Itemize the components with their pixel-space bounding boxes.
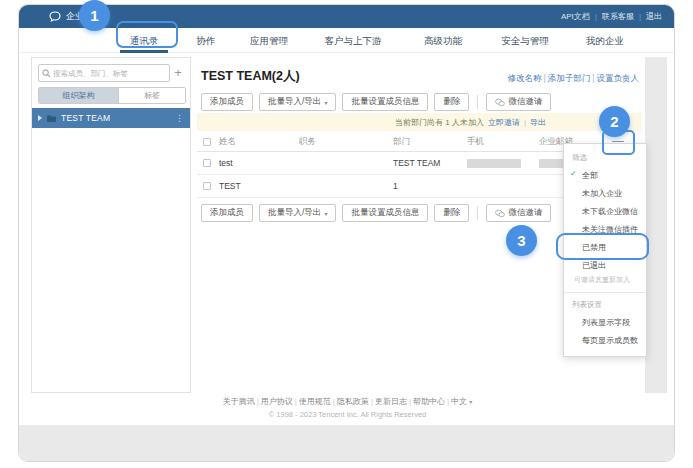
annotation-step-2: 2	[599, 106, 630, 137]
caret-down-icon: ▾	[324, 210, 327, 217]
language-selector[interactable]: 中文	[451, 397, 467, 406]
select-all-checkbox[interactable]	[203, 138, 211, 146]
wechat-invite-label: 微信邀请	[508, 96, 542, 108]
search-input[interactable]	[53, 69, 166, 78]
more-icon[interactable]: ⋮	[175, 113, 184, 123]
separator: |	[592, 73, 594, 83]
screenshot-root: 企业微信 API文档 | 联系客服 | 退出 通讯录 协作 应用管理 客户与上下…	[0, 0, 693, 468]
add-member-button[interactable]: 添加成员	[201, 93, 253, 111]
tab-labels[interactable]: 标签	[118, 88, 185, 103]
tab-my-company[interactable]: 我的企业	[586, 28, 624, 53]
user-agreement-link[interactable]: 用户协议	[261, 397, 293, 406]
import-export-label: 批量导入/导出	[268, 207, 321, 219]
col-department: 部门	[393, 136, 467, 148]
sidebar-tabs: 组织架构 标签	[38, 87, 186, 104]
export-link[interactable]: 导出	[530, 117, 546, 128]
tab-app-management[interactable]: 应用管理	[250, 28, 288, 53]
help-center-link[interactable]: 帮助中心	[413, 397, 445, 406]
row-checkbox[interactable]	[203, 159, 211, 167]
menu-item-not-joined[interactable]: 未加入企业	[564, 184, 646, 202]
search-icon	[42, 69, 51, 78]
wechat-icon	[495, 209, 505, 218]
toolbar-top: 添加成员 批量导入/导出 ▾ 批量设置成员信息 删除 微信邀请	[201, 93, 641, 111]
banner-text: 当前部门尚有 1 人未加入	[395, 117, 484, 128]
title-row: TEST TEAM(2人) 修改名称|添加子部门|设置负责人	[197, 57, 641, 85]
caret-down-icon: ▾	[324, 99, 327, 106]
wechat-icon	[495, 98, 505, 107]
page-title: TEST TEAM(2人)	[201, 68, 300, 85]
tab-org-structure[interactable]: 组织架构	[39, 88, 118, 103]
separator: |	[257, 397, 259, 406]
menu-section-list-settings: 列表设置	[564, 297, 646, 313]
rename-link[interactable]: 修改名称	[508, 73, 542, 83]
check-icon: ✓	[570, 169, 577, 178]
tab-security-management[interactable]: 安全与管理	[501, 28, 549, 53]
delete-button[interactable]: 删除	[434, 93, 469, 111]
menu-item-display-fields[interactable]: 列表显示字段	[564, 313, 646, 331]
admin-console-window: 企业微信 API文档 | 联系客服 | 退出 通讯录 协作 应用管理 客户与上下…	[18, 4, 675, 462]
import-export-button[interactable]: 批量导入/导出 ▾	[259, 93, 336, 111]
caret-right-icon	[38, 115, 42, 121]
menu-section-filter: 筛选	[564, 150, 646, 166]
batch-set-button[interactable]: 批量设置成员信息	[342, 93, 428, 111]
tree-item-label: TEST TEAM	[61, 113, 175, 123]
footer: 关于腾讯|用户协议|使用规范|隐私政策|更新日志|帮助中心|中文 ▾ © 199…	[19, 396, 675, 419]
annotation-step-3: 3	[506, 225, 537, 256]
tab-customers[interactable]: 客户与上下游	[325, 28, 382, 53]
import-export-button[interactable]: 批量导入/导出 ▾	[259, 204, 336, 222]
menu-item-label: 每页显示成员数	[582, 336, 638, 345]
copyright: © 1998 - 2023 Tencent Inc. All Rights Re…	[19, 410, 675, 419]
topbar-links: API文档 | 联系客服 | 退出	[561, 11, 662, 22]
member-department: 1	[393, 181, 467, 191]
col-title: 职务	[299, 136, 393, 148]
menu-item-label: 已退出	[582, 261, 606, 270]
batch-set-button[interactable]: 批量设置成员信息	[342, 204, 428, 222]
divider	[564, 292, 646, 293]
wechat-invite-button[interactable]: 微信邀请	[486, 204, 551, 222]
menu-item-not-following[interactable]: 未关注微信插件	[564, 220, 646, 238]
logout-link[interactable]: 退出	[646, 11, 662, 22]
search-input-wrap	[38, 64, 170, 82]
department-actions: 修改名称|添加子部门|设置负责人	[508, 73, 639, 85]
tab-collaboration[interactable]: 协作	[197, 28, 216, 53]
about-tencent-link[interactable]: 关于腾讯	[223, 397, 255, 406]
add-department-button[interactable]: +	[170, 64, 186, 82]
filter-menu: 筛选 ✓ 全部 未加入企业 未下载企业微信 未关注微信插件 已禁用 已退出 可邀…	[563, 143, 647, 357]
row-checkbox[interactable]	[203, 182, 211, 190]
menu-note: 可邀请其重新加入	[564, 274, 646, 288]
privacy-policy-link[interactable]: 隐私政策	[337, 397, 369, 406]
usage-rules-link[interactable]: 使用规范	[299, 397, 331, 406]
menu-item-label: 未关注微信插件	[582, 225, 638, 234]
separator: |	[524, 118, 526, 127]
redacted-phone	[467, 159, 521, 168]
wechat-invite-button[interactable]: 微信邀请	[486, 93, 551, 111]
separator: |	[409, 397, 411, 406]
menu-item-all[interactable]: ✓ 全部	[564, 166, 646, 184]
api-docs-link[interactable]: API文档	[561, 11, 590, 22]
delete-button[interactable]: 删除	[434, 204, 469, 222]
tab-advanced-features[interactable]: 高级功能	[424, 28, 462, 53]
separator: |	[333, 397, 335, 406]
menu-item-exited[interactable]: 已退出	[564, 256, 646, 274]
add-subdepartment-link[interactable]: 添加子部门	[548, 73, 591, 83]
divider	[477, 95, 478, 109]
separator: |	[371, 397, 373, 406]
col-name: 姓名	[219, 136, 299, 148]
sidebar-item-test-team[interactable]: TEST TEAM ⋮	[32, 108, 190, 128]
invite-now-link[interactable]: 立即邀请	[488, 117, 520, 128]
annotation-step-1: 1	[79, 0, 110, 31]
changelog-link[interactable]: 更新日志	[375, 397, 407, 406]
menu-item-not-downloaded[interactable]: 未下载企业微信	[564, 202, 646, 220]
member-name: test	[219, 158, 299, 168]
folder-icon	[46, 114, 57, 123]
contact-support-link[interactable]: 联系客服	[602, 11, 634, 22]
content-gutter	[645, 57, 667, 393]
menu-item-disabled[interactable]: 已禁用	[564, 238, 646, 256]
add-member-button[interactable]: 添加成员	[201, 204, 253, 222]
separator: |	[295, 397, 297, 406]
menu-item-label: 已禁用	[582, 243, 606, 252]
menu-item-members-per-page[interactable]: 每页显示成员数	[564, 331, 646, 349]
member-department: TEST TEAM	[393, 158, 467, 168]
caret-down-icon: ▾	[469, 399, 472, 405]
set-leader-link[interactable]: 设置负责人	[597, 73, 640, 83]
